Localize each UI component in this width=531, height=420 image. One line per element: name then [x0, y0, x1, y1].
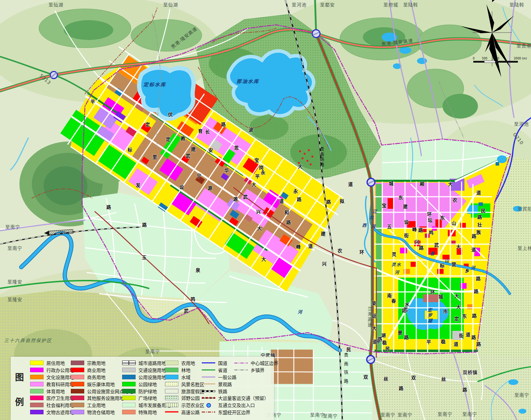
legend-label: 示范农业区: [181, 402, 204, 408]
legend-label: 体育用地: [46, 388, 65, 395]
legend-item: 社会福利用地: [30, 402, 74, 409]
legend-swatch-fill-icon: [71, 396, 84, 400]
legend-label: 行政办公用地: [46, 367, 74, 373]
legend-column: 城市道路用地交通设施用地公用设施用地公园绿地防护绿地广场绿地城市发展备用地特殊用…: [122, 359, 171, 415]
legend-column: 农用地林地水域风景名胜区旅游度假区郊野公园示范农业区高速公路: [165, 359, 204, 415]
legend-label: 郊野公园: [181, 395, 200, 401]
legend-swatch-line-icon: [202, 376, 215, 378]
legend-swatch-road-icon: [122, 361, 136, 365]
legend-item: 教育科研用地: [30, 380, 74, 387]
legend-swatch-patt-plus-icon: [165, 389, 178, 393]
legend-label: 风景名胜区: [181, 381, 204, 387]
legend-title-char: 例: [14, 395, 25, 408]
legend-label: 大运量客运交通（预留）: [218, 395, 269, 401]
legend-label: 广场绿地: [138, 395, 157, 401]
legend-label: 商务用地: [87, 374, 105, 380]
legend-label: 公用设施用地: [138, 374, 166, 380]
legend-item: 乡镇界: [234, 367, 278, 374]
legend-panel: 图 例 居住用地行政办公用地文化设施用地教育科研用地体育用地医疗卫生用地社会福利…: [11, 357, 274, 420]
legend-swatch-fill-icon: [30, 410, 44, 414]
legend-swatch-fill-icon: [71, 389, 84, 393]
legend-label: 国道: [218, 359, 227, 366]
legend-swatch-fill-icon: [71, 410, 84, 414]
legend-label: 东盟经开区边界: [218, 409, 250, 415]
legend-item: 体育用地: [30, 387, 74, 395]
legend-label: 省道: [218, 367, 227, 373]
legend-swatch-patt-gd-icon: [165, 396, 178, 400]
legend-swatch-fill-icon: [30, 361, 44, 365]
legend-swatch-fill-icon: [71, 361, 84, 365]
legend-swatch-dashdot-icon: [202, 412, 215, 413]
legend-swatch-dashdot-icon: [234, 369, 248, 370]
legend-swatch-fill-icon: [122, 396, 136, 400]
legend-item: 风景名胜区: [165, 380, 204, 387]
legend-item: 行政办公用地: [30, 367, 74, 374]
legend-label: 文化设施用地: [46, 374, 74, 380]
legend-item: 公园绿地: [122, 380, 171, 387]
legend-swatch-fill-icon: [122, 403, 136, 407]
legend-label: 教育科研用地: [46, 381, 74, 387]
legend-label: 娱乐康体用地: [87, 381, 115, 387]
legend-swatch-fill-icon: [165, 375, 178, 379]
legend-item: 高速公路: [165, 409, 204, 416]
legend-swatch-dashdot-icon: [234, 363, 248, 364]
legend-swatch-line-icon: [165, 411, 178, 413]
legend-item: 特殊用地: [122, 409, 171, 416]
legend-item: 一般公路: [202, 374, 269, 381]
legend-swatch-fill-icon: [165, 368, 178, 372]
legend-item: 农用地: [165, 359, 204, 367]
legend-swatch-fill-icon: [165, 361, 178, 365]
legend-item: 景观路: [202, 380, 269, 387]
legend-item: 交通设施用地: [122, 367, 171, 374]
legend-label: 物流仓储用地: [87, 409, 115, 415]
legend-item: 铁路: [202, 387, 269, 395]
legend-swatch-rail-icon: [202, 390, 215, 392]
legend-swatch-fill-icon: [122, 375, 136, 379]
legend-label: 公园绿地: [138, 381, 157, 387]
legend-swatch-line-icon: [202, 384, 215, 384]
legend-swatch-line-icon: [202, 369, 215, 370]
scale-bar: [473, 61, 518, 63]
legend-label: 乡镇界: [251, 367, 264, 373]
legend-item: 林地: [165, 367, 204, 374]
legend-swatch-circle-icon: [202, 403, 215, 407]
legend-swatch-fill-icon: [122, 368, 136, 372]
legend-item: 居住用地: [30, 359, 74, 367]
legend-label: 工业用地: [87, 402, 105, 408]
legend-label: 中心城区边界: [251, 359, 278, 366]
legend-column: 居住用地行政办公用地文化设施用地教育科研用地体育用地医疗卫生用地社会福利用地文物…: [30, 359, 74, 415]
legend-label: 一般公路: [218, 374, 236, 380]
legend-item: 郊野公园: [165, 395, 204, 402]
legend-swatch-fill-icon: [30, 368, 44, 372]
legend-label: 居住用地: [46, 359, 65, 366]
legend-item: 文化设施用地: [30, 374, 74, 381]
legend-swatch-fill-icon: [71, 382, 84, 386]
legend-label: 水域: [181, 374, 190, 380]
legend-label: 旅游度假区: [181, 388, 204, 395]
legend-swatch-fill-icon: [30, 382, 44, 386]
legend-label: 商业用地: [87, 367, 105, 373]
legend-item: 城市道路用地: [122, 359, 171, 367]
legend-label: 互通立交及出入口: [218, 402, 255, 408]
legend-item: 东盟经开区边界: [202, 409, 269, 416]
planning-map: 至仙湖至仙湖至河池至都安至府城至陆斡至陆斡至贵港至河池至宾阳至上林至南宁至南宁至…: [0, 0, 531, 420]
legend-swatch-fill-icon: [30, 396, 44, 400]
legend-column: 中心城区边界乡镇界: [234, 359, 278, 374]
legend-item: 旅游度假区: [165, 387, 204, 395]
legend-item: 文物古迹用地: [30, 409, 74, 416]
legend-swatch-line-icon: [202, 362, 215, 363]
legend-item: 大运量客运交通（预留）: [202, 395, 269, 402]
legend-swatch-fill-icon: [122, 389, 136, 393]
legend-swatch-fill-icon: [30, 375, 44, 379]
legend-label: 其他服务设施用地: [87, 395, 124, 401]
legend-swatch-fill-icon: [71, 368, 84, 372]
legend-label: 高速公路: [181, 409, 200, 415]
legend-item: 中心城区边界: [234, 359, 278, 367]
legend-swatch-fill-icon: [71, 403, 84, 407]
legend-label: 医疗卫生用地: [46, 395, 74, 401]
legend-label: 防护绿地: [138, 388, 157, 395]
legend-item: 医疗卫生用地: [30, 395, 74, 402]
legend-label: 交通设施用地: [138, 367, 166, 373]
legend-label: 城市道路用地: [138, 359, 166, 366]
legend-swatch-patt-go-icon: [165, 403, 178, 407]
